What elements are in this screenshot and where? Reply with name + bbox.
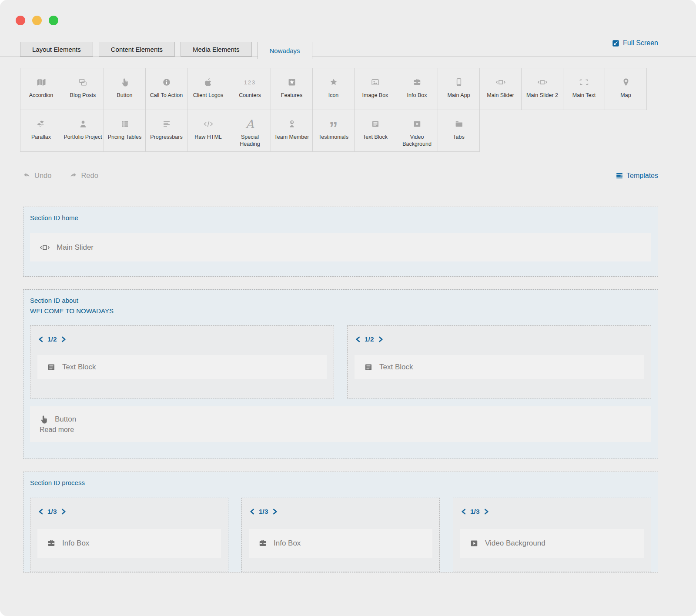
main-app-icon xyxy=(455,75,463,89)
main-slider-icon xyxy=(495,75,506,89)
counters-icon: 123 xyxy=(244,75,256,89)
element-info-box[interactable]: Info Box xyxy=(37,529,221,558)
element-main-slider[interactable]: Main Slider xyxy=(30,233,651,261)
map-icon xyxy=(622,75,630,89)
text-block-icon xyxy=(371,117,380,131)
features-icon xyxy=(288,75,296,89)
element-video-background[interactable]: Video Background xyxy=(460,529,644,558)
chevron-left-icon[interactable] xyxy=(38,509,43,515)
undo-label: Undo xyxy=(34,171,51,180)
palette-row-1: Accordion Blog Posts Button Call To Acti… xyxy=(20,68,647,110)
palette-item-team-member[interactable]: Team Member xyxy=(271,110,313,152)
icon-icon xyxy=(329,75,338,89)
column-width-control: 1/3 xyxy=(38,508,221,516)
portfolio-project-icon xyxy=(79,117,87,131)
parallax-icon xyxy=(37,117,46,131)
section-subtitle: WELCOME TO NOWADAYS xyxy=(30,307,651,315)
element-button[interactable]: Button Read more xyxy=(30,406,651,442)
redo-label: Redo xyxy=(81,171,98,180)
call-to-action-icon xyxy=(162,75,171,89)
app-window: Full Screen Layout Elements Content Elem… xyxy=(0,0,696,616)
testimonials-icon: ” xyxy=(329,117,338,131)
palette-item-tabs[interactable]: Tabs xyxy=(438,110,480,152)
palette-item-image-box[interactable]: Image Box xyxy=(354,68,396,110)
palette-item-main-app[interactable]: Main App xyxy=(438,68,480,110)
element-text-block[interactable]: Text Block xyxy=(355,355,644,379)
info-box-icon xyxy=(413,75,422,89)
palette-item-video-background[interactable]: Video Background xyxy=(396,110,438,152)
client-logos-icon xyxy=(204,75,212,89)
tabs-icon xyxy=(455,117,463,131)
element-text-block[interactable]: Text Block xyxy=(37,355,327,379)
templates-button[interactable]: Templates xyxy=(616,172,658,180)
text-block-icon xyxy=(364,363,373,372)
palette-item-map[interactable]: Map xyxy=(605,68,647,110)
column-width-label: 1/3 xyxy=(470,508,480,516)
chevron-left-icon[interactable] xyxy=(461,509,466,515)
palette-item-counters[interactable]: 123 Counters xyxy=(229,68,271,110)
tab-layout-elements[interactable]: Layout Elements xyxy=(20,42,93,57)
video-background-icon xyxy=(470,539,478,548)
chevron-left-icon[interactable] xyxy=(38,336,43,342)
palette-item-call-to-action[interactable]: Call To Action xyxy=(145,68,187,110)
image-box-icon xyxy=(371,75,380,89)
blog-posts-icon xyxy=(78,75,87,89)
palette-item-client-logos[interactable]: Client Logos xyxy=(187,68,229,110)
element-label: Text Block xyxy=(62,363,96,372)
column-half-1: 1/2 Text Block xyxy=(30,325,334,398)
palette-item-main-slider-2[interactable]: Main Slider 2 xyxy=(521,68,563,110)
tab-nowadays[interactable]: Nowadays xyxy=(258,42,312,59)
palette-item-icon[interactable]: Icon xyxy=(312,68,355,110)
window-controls xyxy=(16,16,58,25)
element-info-box[interactable]: Info Box xyxy=(249,529,432,558)
palette-item-progressbars[interactable]: Progressbars xyxy=(145,110,187,152)
palette-item-features[interactable]: Features xyxy=(271,68,313,110)
chevron-left-icon[interactable] xyxy=(250,509,254,515)
chevron-right-icon[interactable] xyxy=(61,336,66,342)
palette-item-pricing-tables[interactable]: Pricing Tables xyxy=(104,110,146,152)
text-block-icon xyxy=(47,363,56,372)
column-half-2: 1/2 Text Block xyxy=(347,325,651,398)
column-width-label: 1/3 xyxy=(259,508,268,516)
column-third-1: 1/3 Info Box xyxy=(30,498,228,572)
palette-item-main-slider[interactable]: Main Slider xyxy=(479,68,522,110)
main-slider-icon xyxy=(40,243,50,252)
palette-item-main-text[interactable]: Main Text xyxy=(563,68,605,110)
redo-icon xyxy=(70,172,77,179)
column-third-2: 1/3 Info Box xyxy=(241,498,440,572)
button-icon xyxy=(40,415,48,424)
templates-label: Templates xyxy=(626,172,658,180)
palette-item-button[interactable]: Button xyxy=(104,68,146,110)
tab-media-elements[interactable]: Media Elements xyxy=(181,42,252,57)
palette-item-testimonials[interactable]: ” Testimonials xyxy=(312,110,355,152)
palette-item-text-block[interactable]: Text Block xyxy=(354,110,396,152)
info-box-icon xyxy=(47,539,56,548)
minimize-button[interactable] xyxy=(32,16,42,25)
palette-item-portfolio-project[interactable]: Portfolio Project xyxy=(62,110,104,152)
column-third-3: 1/3 Video Background xyxy=(453,498,651,572)
palette-item-blog-posts[interactable]: Blog Posts xyxy=(62,68,104,110)
palette-item-special-heading[interactable]: A Special Heading xyxy=(229,110,271,152)
zoom-button[interactable] xyxy=(49,16,58,25)
palette-item-accordion[interactable]: Accordion xyxy=(20,68,62,110)
section-id-label: Section ID process xyxy=(30,479,651,487)
templates-icon xyxy=(616,172,623,179)
close-button[interactable] xyxy=(16,16,25,25)
undo-button[interactable]: Undo xyxy=(23,171,51,180)
palette-item-info-box[interactable]: Info Box xyxy=(396,68,438,110)
element-label: Info Box xyxy=(274,539,301,548)
redo-button[interactable]: Redo xyxy=(70,171,98,180)
palette-item-parallax[interactable]: Parallax xyxy=(20,110,62,152)
chevron-right-icon[interactable] xyxy=(484,509,489,515)
column-width-label: 1/2 xyxy=(47,335,57,343)
palette-item-raw-html[interactable]: Raw HTML xyxy=(187,110,229,152)
column-width-label: 1/2 xyxy=(365,335,374,343)
accordion-icon xyxy=(37,75,46,89)
tab-content-elements[interactable]: Content Elements xyxy=(99,42,175,57)
chevron-right-icon[interactable] xyxy=(61,509,66,515)
chevron-left-icon[interactable] xyxy=(355,336,360,342)
chevron-right-icon[interactable] xyxy=(273,509,278,515)
chevron-right-icon[interactable] xyxy=(378,336,383,342)
element-palette: Accordion Blog Posts Button Call To Acti… xyxy=(20,68,647,152)
element-label: Main Slider xyxy=(57,243,94,252)
